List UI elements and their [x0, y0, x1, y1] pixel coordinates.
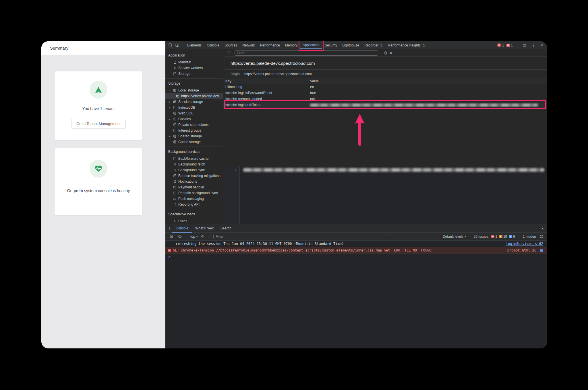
report-file-icon [173, 203, 177, 206]
sidebar-item-cookies[interactable]: ▸Cookies [165, 116, 223, 122]
tab-memory[interactable]: Memory [283, 41, 300, 49]
sidebar-item-service-workers[interactable]: Service workers [165, 65, 223, 71]
divider [187, 234, 187, 239]
expander-icon: ▸ [169, 101, 173, 103]
storage-origin-heading: https://vertex.palette-devx.spectrocloud… [223, 57, 547, 70]
sidebar-item-rules[interactable]: Rules [165, 218, 223, 224]
storage-row[interactable]: lscache-menuexpandednull [223, 96, 547, 102]
tab-console[interactable]: Console [204, 41, 222, 49]
sidebar-item-indexeddb[interactable]: ▸IndexedDB [165, 105, 223, 110]
section-title: Speculative loads [165, 210, 223, 218]
hidden-messages-label: 1 hidden [523, 235, 536, 239]
sidebar-item-local-storage-origin[interactable]: https://vertex.palette-dev [165, 93, 223, 99]
value-column-header[interactable]: Value [308, 79, 547, 83]
issues-summary-label[interactable]: 26 Issues: [474, 235, 490, 239]
sidebar-item-session-storage[interactable]: ▸Session storage [165, 99, 223, 105]
inspect-element-icon[interactable] [167, 42, 174, 48]
storage-filter-input[interactable] [235, 50, 378, 56]
error-circle-icon: ✕ [168, 249, 171, 252]
storage-row[interactable]: i18nextLngen [223, 84, 547, 90]
tenant-card-text: You have 1 tenant [82, 106, 115, 111]
sidebar-item-local-storage[interactable]: ▾Local storage [165, 87, 223, 93]
issue-count-error[interactable]: 1 [491, 235, 497, 239]
table-grid-icon [173, 89, 177, 92]
divider [210, 234, 210, 239]
app-summary-panel: Summary You have 1 tenant Go to Tenant M… [41, 41, 165, 348]
sidebar-item-background-fetch[interactable]: Background fetch [165, 161, 223, 167]
sidebar-item-reporting-api[interactable]: Reporting API [165, 202, 223, 207]
storage-row-loginauthtoken[interactable]: lscache-loginauthToken .. [223, 102, 547, 108]
kebab-menu-icon[interactable] [530, 42, 537, 48]
error-url-link[interactable]: chrome-extension://bfogiafebfohielmmehod… [181, 248, 382, 252]
divider [183, 43, 183, 47]
device-toolbar-icon[interactable] [174, 42, 181, 48]
issue-count-warning[interactable]: 19 [499, 235, 507, 239]
error-count-badge[interactable]: ✕1 [497, 43, 504, 47]
tab-performance[interactable]: Performance [258, 41, 283, 49]
log-levels-selector[interactable]: Default levels▾ [443, 235, 466, 239]
drawer-tab-console[interactable]: Console [172, 224, 192, 233]
sidebar-item-background-sync[interactable]: Background sync [165, 167, 223, 173]
delete-selected-icon[interactable]: × [389, 50, 394, 55]
sidebar-item-push-messaging[interactable]: Push messaging [165, 196, 223, 202]
tab-application[interactable]: Application [300, 41, 322, 49]
console-sidebar-toggle-icon[interactable] [168, 233, 175, 240]
origin-label: Origin [231, 72, 240, 76]
sidebar-item-shared-storage[interactable]: ▸Shared storage [165, 133, 223, 139]
storage-row[interactable]: lscache-loginisPasswordResettrue [223, 90, 547, 96]
issue-count-badge[interactable]: 1 [506, 43, 513, 47]
tab-security[interactable]: Security [322, 41, 340, 49]
storage-table-header: Key Value [223, 78, 547, 84]
section-title: Application [165, 52, 223, 59]
key-column-header[interactable]: Key [223, 79, 308, 83]
log-text: refreshing the session Thu Jan 04 2024 1… [176, 242, 344, 246]
database-icon [173, 72, 177, 75]
drawer-tab-whats-new[interactable]: What's New [192, 224, 217, 233]
sidebar-item-bounce-tracking-mitigations[interactable]: Bounce tracking mitigations [165, 173, 223, 179]
sidebar-item-payment-handler[interactable]: Payment handler [165, 184, 223, 190]
line-number-gutter: 1 [223, 166, 240, 224]
sidebar-item-manifest[interactable]: Manifest [165, 59, 223, 65]
manifest-file-icon [173, 61, 177, 64]
sidebar-item-back-forward-cache[interactable]: Back/forward cache [165, 156, 223, 161]
settings-gear-icon[interactable] [521, 42, 528, 48]
payment-card-icon [173, 186, 177, 189]
tab-recorder[interactable]: Recorder [362, 41, 386, 49]
console-filter-input[interactable] [213, 234, 391, 239]
clock-icon [173, 191, 177, 195]
sidebar-item-interest-groups[interactable]: Interest groups [165, 128, 223, 133]
drawer-close-icon[interactable]: × [540, 226, 545, 231]
extension-badge-icon[interactable] [540, 249, 543, 252]
tab-performance-insights[interactable]: Performance insights [386, 41, 428, 49]
sidebar-item-notifications[interactable]: Notifications [165, 179, 223, 184]
devtools-upper: Application Manifest Service workers Sto… [165, 49, 547, 224]
sidebar-item-cache-storage[interactable]: Cache storage [165, 139, 223, 145]
log-source-link[interactable]: loginService.js:62 [500, 242, 543, 246]
tab-network[interactable]: Network [240, 41, 258, 49]
error-source-link[interactable]: prompt.html:26 [502, 248, 536, 252]
issue-count-info[interactable]: 6 [509, 235, 515, 239]
sidebar-item-web-sql[interactable]: Web SQL [165, 110, 223, 116]
sidebar-item-private-state-tokens[interactable]: Private state tokens [165, 122, 223, 128]
database-icon [173, 174, 177, 178]
divider [470, 234, 470, 239]
context-selector[interactable]: top▾ [190, 235, 198, 239]
devtools-close-icon[interactable]: × [539, 43, 544, 48]
drawer-tabbar: ⋮ Console What's New Search × [165, 224, 547, 233]
tab-elements[interactable]: Elements [185, 41, 204, 49]
sidebar-item-periodic-background-sync[interactable]: Periodic background sync [165, 190, 223, 196]
console-settings-gear-icon[interactable] [538, 233, 545, 240]
divider [380, 51, 380, 55]
preview-content[interactable] [240, 166, 547, 224]
go-to-tenant-management-button[interactable]: Go to Tenant Management [71, 119, 126, 128]
drawer-tab-search[interactable]: Search [217, 224, 235, 233]
live-expression-eye-icon[interactable] [199, 233, 206, 240]
clear-console-icon[interactable] [176, 233, 183, 240]
refresh-icon[interactable] [225, 50, 232, 56]
clear-all-icon[interactable] [382, 50, 389, 56]
console-prompt[interactable]: > [165, 253, 547, 260]
tab-lighthouse[interactable]: Lighthouse [340, 41, 362, 49]
sidebar-item-storage[interactable]: Storage [165, 71, 223, 77]
tab-sources[interactable]: Sources [222, 41, 240, 49]
drawer-kebab-menu-icon[interactable]: ⋮ [168, 226, 172, 231]
